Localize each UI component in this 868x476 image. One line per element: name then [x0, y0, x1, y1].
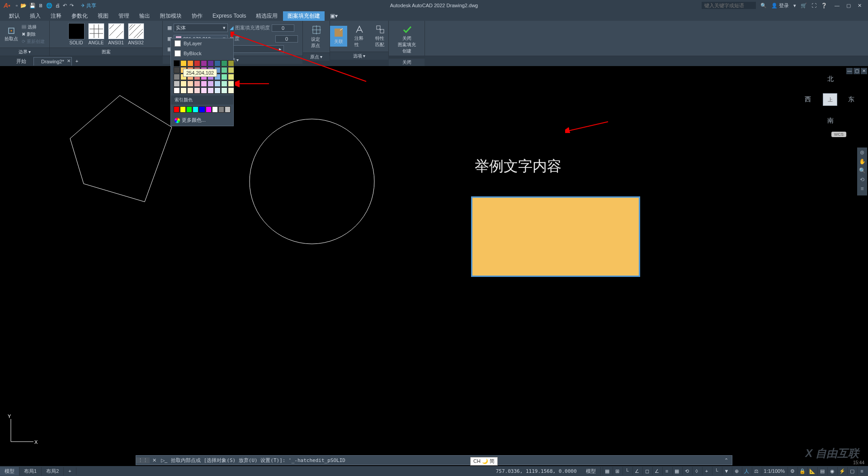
- scale-label[interactable]: 1:1/100%: [762, 467, 787, 475]
- menu-parametric[interactable]: 参数化: [67, 11, 92, 21]
- color-swatch[interactable]: [194, 87, 200, 94]
- qat-undo-icon[interactable]: ↶: [63, 3, 67, 9]
- menu-express[interactable]: Express Tools: [208, 12, 250, 20]
- menu-output[interactable]: 输出: [135, 11, 155, 21]
- anno-vis-icon[interactable]: 人: [742, 467, 751, 475]
- pattern-angle[interactable]: ANGLE: [88, 23, 104, 45]
- search-input[interactable]: [702, 2, 756, 9]
- gizmo-icon[interactable]: ⊕: [732, 467, 741, 475]
- anno-monitor-icon[interactable]: 🔒: [797, 467, 807, 475]
- pick-points-button[interactable]: 拾取点: [5, 27, 18, 42]
- anno-scale-icon[interactable]: ⚖: [752, 467, 761, 475]
- more-colors[interactable]: 更多颜色...: [171, 114, 233, 126]
- menu-addons[interactable]: 附加模块: [156, 11, 186, 21]
- index-color-swatch[interactable]: [186, 106, 192, 113]
- color-swatch[interactable]: [214, 81, 221, 87]
- color-swatch[interactable]: [208, 60, 214, 67]
- model-tab[interactable]: 模型: [0, 467, 19, 476]
- index-color-swatch[interactable]: [206, 106, 212, 113]
- cart-icon[interactable]: 🛒: [801, 3, 807, 9]
- nav-more-icon[interactable]: ≡: [858, 186, 866, 194]
- color-byblock[interactable]: ByBlock: [171, 48, 233, 58]
- color-swatch[interactable]: [194, 60, 200, 67]
- color-swatch[interactable]: [228, 67, 234, 73]
- canvas-max-icon[interactable]: ▢: [854, 68, 860, 74]
- pattern-ansi31[interactable]: ANSI31: [108, 23, 124, 45]
- color-swatch[interactable]: [221, 74, 227, 80]
- units-icon[interactable]: 📐: [807, 467, 816, 475]
- qat-new-icon[interactable]: ▫: [16, 3, 18, 8]
- ortho-icon[interactable]: └: [623, 467, 632, 475]
- canvas-close-icon[interactable]: ✕: [861, 68, 867, 74]
- index-color-swatch[interactable]: [199, 106, 205, 113]
- menu-hatch[interactable]: 图案填充创建: [283, 11, 325, 21]
- isolate-icon[interactable]: ◉: [827, 467, 836, 475]
- lineweight-icon[interactable]: ≡: [662, 467, 671, 475]
- index-color-swatch[interactable]: [225, 106, 231, 113]
- color-swatch[interactable]: [201, 81, 207, 87]
- osnap-icon[interactable]: ◻: [642, 467, 651, 475]
- index-color-swatch[interactable]: [193, 106, 198, 113]
- match-props-button[interactable]: 特性匹配: [372, 23, 389, 50]
- dyn-input-icon[interactable]: +: [702, 467, 711, 475]
- sel-filter-icon[interactable]: ▼: [722, 467, 731, 475]
- viewcube-east[interactable]: 东: [848, 95, 854, 104]
- color-swatch[interactable]: [221, 81, 227, 87]
- pattern-solid[interactable]: SOLID: [68, 23, 85, 45]
- color-swatch[interactable]: [228, 87, 234, 94]
- file-tab[interactable]: Drawing2*✕: [33, 57, 72, 66]
- search-icon[interactable]: 🔍: [760, 3, 767, 9]
- color-swatch[interactable]: [214, 60, 221, 67]
- color-swatch[interactable]: [174, 87, 180, 94]
- pattern-ansi32[interactable]: ANSI32: [128, 23, 144, 45]
- color-swatch[interactable]: [174, 81, 180, 87]
- grid-icon[interactable]: ▦: [603, 467, 612, 475]
- command-line[interactable]: ⋮⋮ ✕ ▷_ 拾取内部点或 [选择对象(S) 放弃(U) 设置(T)]: '_…: [136, 455, 732, 465]
- menu-default[interactable]: 默认: [5, 11, 24, 21]
- nav-orbit-icon[interactable]: ⟲: [858, 176, 866, 185]
- color-swatch[interactable]: [180, 60, 187, 67]
- color-swatch[interactable]: [228, 81, 234, 87]
- add-tab-button[interactable]: +: [72, 57, 82, 65]
- cycling-icon[interactable]: ⟲: [682, 467, 691, 475]
- color-swatch[interactable]: [174, 60, 180, 67]
- layout1-tab[interactable]: 布局1: [19, 467, 42, 476]
- index-color-swatch[interactable]: [174, 106, 179, 113]
- login-button[interactable]: 👤 登录: [771, 2, 789, 9]
- viewcube-north[interactable]: 北: [827, 75, 834, 83]
- color-swatch[interactable]: [174, 74, 180, 80]
- canvas-min-icon[interactable]: —: [846, 68, 853, 74]
- customize-icon[interactable]: ≡: [857, 467, 866, 475]
- layout2-tab[interactable]: 布局2: [42, 467, 64, 476]
- status-model[interactable]: 模型: [581, 467, 601, 476]
- cmd-history-icon[interactable]: ⌃: [721, 457, 732, 463]
- menu-view[interactable]: 视图: [93, 11, 113, 21]
- menu-collaborate[interactable]: 协作: [187, 11, 207, 21]
- help-icon[interactable]: ❔: [821, 3, 827, 9]
- menu-annotate[interactable]: 注释: [46, 11, 66, 21]
- color-swatch[interactable]: [208, 81, 214, 87]
- color-swatch[interactable]: [228, 60, 234, 67]
- cmd-handle-icon[interactable]: ⋮⋮: [136, 457, 150, 463]
- color-bylayer[interactable]: ByLayer: [171, 38, 233, 48]
- transparency-input[interactable]: 0: [272, 24, 294, 32]
- delete-button[interactable]: ✖ 删除: [22, 31, 45, 38]
- viewcube[interactable]: 北 南 西 东 上: [805, 75, 854, 125]
- color-swatch[interactable]: [201, 60, 207, 67]
- color-swatch[interactable]: [174, 67, 180, 73]
- start-tab[interactable]: 开始: [9, 57, 33, 66]
- snap-icon[interactable]: ⊞: [613, 467, 622, 475]
- menu-overflow-icon[interactable]: ▣▾: [326, 12, 342, 20]
- 3dosnap-icon[interactable]: ◊: [692, 467, 701, 475]
- nav-wheel-icon[interactable]: ⊛: [858, 149, 866, 157]
- qat-saveas-icon[interactable]: 🗎: [38, 3, 43, 8]
- color-swatch[interactable]: [214, 87, 221, 94]
- color-swatch[interactable]: [221, 60, 227, 67]
- cmd-close-icon[interactable]: ✕: [150, 457, 159, 463]
- menu-insert[interactable]: 插入: [25, 11, 45, 21]
- color-swatch[interactable]: [187, 81, 193, 87]
- color-swatch[interactable]: [201, 87, 207, 94]
- viewcube-west[interactable]: 西: [805, 95, 811, 104]
- share-button[interactable]: ✈ 共享: [81, 2, 96, 9]
- index-color-swatch[interactable]: [218, 106, 224, 113]
